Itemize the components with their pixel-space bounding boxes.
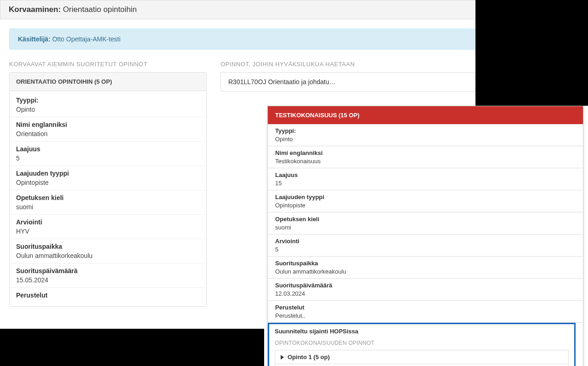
hops-highlight-box: Suunniteltu sijainti HOPSissa OPINTOKOKO… bbox=[268, 323, 576, 366]
overlay-grading: Arviointi 5 bbox=[268, 234, 583, 257]
handler-name: Otto Opettaja-AMK-testi bbox=[52, 35, 121, 43]
left-panel-header: ORIENTAATIO OPINTOIHIN (5 OP) bbox=[10, 73, 206, 91]
overlay-reason: Perustelut Perustelut.. bbox=[268, 301, 583, 323]
field-type: Tyyppi: Opinto bbox=[10, 93, 206, 117]
field-grading: Arviointi HYV bbox=[10, 215, 206, 239]
hops-expand-list: Opinto 1 (5 op) Opinto 2 (5 op) Opinto 3… bbox=[275, 350, 569, 366]
hops-subsection-label: OPINTOKOKONAISUUDEN OPINNOT bbox=[269, 338, 574, 350]
header-label: Korvaaminen: bbox=[9, 5, 61, 14]
header-title: Orientaatio opintoihin bbox=[63, 5, 137, 14]
field-scope: Laajuus 5 bbox=[10, 142, 206, 166]
redaction-mask-top bbox=[475, 0, 588, 106]
hops-item-1[interactable]: Opinto 1 (5 op) bbox=[275, 350, 568, 364]
overlay-type: Tyyppi: Opinto bbox=[268, 124, 583, 146]
overlay-hops: Suunniteltu sijainti HOPSissa bbox=[269, 324, 574, 338]
overlay-lang: Opetuksen kieli suomi bbox=[268, 212, 583, 234]
field-date: Suorituspäivämäärä 15.05.2024 bbox=[10, 263, 206, 288]
left-panel: ORIENTAATIO OPINTOIHIN (5 OP) Tyyppi: Op… bbox=[9, 72, 207, 307]
overlay-name-en: Nimi englanniksi Testikokonaisuus bbox=[268, 146, 583, 168]
field-lang: Opetuksen kieli suomi bbox=[10, 190, 206, 215]
chevron-right-icon bbox=[281, 355, 284, 360]
redaction-mask-bottom bbox=[0, 329, 264, 366]
overlay-scope: Laajuus 15 bbox=[268, 168, 583, 190]
overlay-place: Suorituspaikka Oulun ammattikorkeakoulu bbox=[268, 257, 583, 279]
field-scope-type: Laajuuden tyyppi Opintopiste bbox=[10, 166, 206, 190]
left-section-title: KORVAAVAT AIEMMIN SUORITETUT OPINNOT bbox=[9, 61, 207, 68]
handler-label: Käsittelijä: bbox=[18, 35, 51, 43]
hops-item-2[interactable]: Opinto 2 (5 op) bbox=[275, 364, 568, 366]
overlay-date: Suorituspäivämäärä 12.03.2024 bbox=[268, 279, 583, 301]
field-reason: Perustelut bbox=[10, 288, 206, 304]
left-column: KORVAAVAT AIEMMIN SUORITETUT OPINNOT ORI… bbox=[9, 61, 207, 307]
overlay-card: TESTIKOKONAISUUS (15 OP) Tyyppi: Opinto … bbox=[267, 106, 583, 366]
overlay-scope-type: Laajuuden tyyppi Opintopiste bbox=[268, 190, 583, 212]
overlay-header: TESTIKOKONAISUUS (15 OP) bbox=[268, 106, 583, 124]
target-course-code: R301LL70OJ Orientaatio ja johdatu… bbox=[228, 78, 335, 86]
field-place: Suorituspaikka Oulun ammattikorkeakoulu bbox=[10, 239, 206, 263]
field-name-en: Nimi englanniksi Orientation bbox=[10, 117, 206, 142]
